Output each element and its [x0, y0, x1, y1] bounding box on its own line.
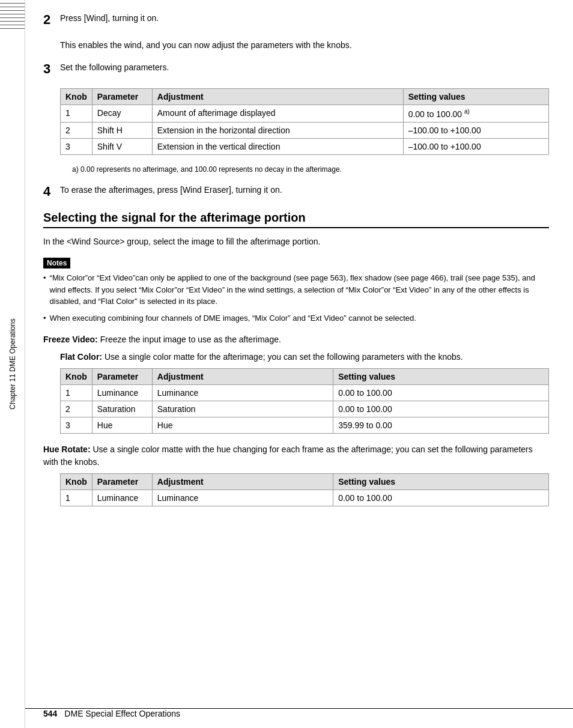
- step-4-number: 4: [43, 184, 55, 199]
- freeze-video-def: Freeze Video: Freeze the input image to …: [43, 333, 549, 346]
- t2r2-val: 0.00 to 100.00: [333, 401, 549, 417]
- notes-item-1: • “Mix Color”or “Ext Video”can only be a…: [43, 272, 549, 308]
- bullet-icon: •: [43, 272, 46, 284]
- step-2: 2 Press [Wind], turning it on.: [43, 12, 549, 29]
- t2r2-knob: 2: [61, 401, 92, 417]
- step-4-content: To erase the afterimages, press [Wind Er…: [60, 184, 549, 201]
- t2r1-adj: Luminance: [152, 385, 333, 401]
- table-row: 2 Saturation Saturation 0.00 to 100.00: [61, 401, 549, 417]
- table3-header-knob: Knob: [61, 474, 92, 490]
- t1r1-knob: 1: [61, 105, 92, 123]
- table2-wrapper: Knob Parameter Adjustment Setting values…: [60, 368, 549, 434]
- step-2-content: Press [Wind], turning it on.: [60, 12, 549, 29]
- step-2-text: Press [Wind], turning it on.: [60, 12, 549, 25]
- step-2-number: 2: [43, 12, 55, 28]
- t2r2-adj: Saturation: [152, 401, 333, 417]
- page-number: 544: [43, 709, 57, 718]
- table1-header-setting: Setting values: [403, 89, 548, 105]
- t1r3-param: Shift V: [92, 138, 152, 154]
- table2-header-setting: Setting values: [333, 369, 549, 385]
- t1r2-adj: Extension in the horizontal direction: [152, 122, 403, 138]
- notes-item-2-text: When executing combining four channels o…: [50, 312, 549, 324]
- t1r2-param: Shift H: [92, 122, 152, 138]
- step-3: 3 Set the following parameters.: [43, 61, 549, 79]
- notes-box: Notes • “Mix Color”or “Ext Video”can onl…: [43, 258, 549, 324]
- freeze-video-term: Freeze Video:: [43, 335, 98, 344]
- section-intro: In the <Wind Source> group, select the i…: [43, 235, 549, 248]
- step-3-number: 3: [43, 61, 55, 77]
- table2-header-knob: Knob: [61, 369, 92, 385]
- table3-header-adjustment: Adjustment: [152, 474, 333, 490]
- step-3-text: Set the following parameters.: [60, 61, 549, 74]
- t1r3-val: –100.00 to +100.00: [403, 138, 548, 154]
- step-4-text: To erase the afterimages, press [Wind Er…: [60, 184, 549, 196]
- table-row: 3 Hue Hue 359.99 to 0.00: [61, 417, 549, 434]
- t1r2-val: –100.00 to +100.00: [403, 122, 548, 138]
- hue-rotate-term: Hue Rotate:: [43, 444, 91, 454]
- bullet-icon: •: [43, 312, 46, 324]
- notes-item-1-text: “Mix Color”or “Ext Video”can only be app…: [50, 272, 549, 308]
- t1r3-knob: 3: [61, 138, 92, 154]
- step-3-content: Set the following parameters.: [60, 61, 549, 79]
- footer-text: DME Special Effect Operations: [64, 709, 180, 718]
- table3-wrapper: Knob Parameter Adjustment Setting values…: [60, 473, 549, 506]
- table-row: 2 Shift H Extension in the horizontal di…: [61, 122, 549, 138]
- t2r3-param: Hue: [92, 417, 152, 434]
- table3-header-parameter: Parameter: [92, 474, 152, 490]
- table1-header-knob: Knob: [61, 89, 92, 105]
- sidebar: Chapter 11 DME Operations: [0, 0, 25, 728]
- table-row: 1 Decay Amount of afterimage displayed 0…: [61, 105, 549, 123]
- table1-header-adjustment: Adjustment: [152, 89, 403, 105]
- sidebar-chapter-label: Chapter 11 DME Operations: [8, 318, 17, 409]
- t2r1-val: 0.00 to 100.00: [333, 385, 549, 401]
- table1-wrapper: Knob Parameter Adjustment Setting values…: [60, 88, 549, 174]
- t1r2-knob: 2: [61, 122, 92, 138]
- table2: Knob Parameter Adjustment Setting values…: [60, 368, 549, 434]
- t3r1-adj: Luminance: [152, 490, 333, 506]
- t2r3-adj: Hue: [152, 417, 333, 434]
- t1r1-adj: Amount of afterimage displayed: [152, 105, 403, 123]
- t2r2-param: Saturation: [92, 401, 152, 417]
- notes-label: Notes: [43, 258, 70, 268]
- hue-rotate-desc: Use a single color matte with the hue ch…: [43, 444, 533, 467]
- table3-header-setting: Setting values: [333, 474, 549, 490]
- table1-footnote: a) 0.00 represents no afterimage, and 10…: [72, 165, 549, 175]
- t2r3-val: 359.99 to 0.00: [333, 417, 549, 434]
- table2-header-parameter: Parameter: [92, 369, 152, 385]
- t3r1-knob: 1: [61, 490, 92, 506]
- flat-color-term: Flat Color:: [60, 352, 102, 362]
- table1-header-parameter: Parameter: [92, 89, 152, 105]
- table2-header-adjustment: Adjustment: [152, 369, 333, 385]
- t2r1-param: Luminance: [92, 385, 152, 401]
- sidebar-lines: [0, 0, 25, 48]
- t1r1-param: Decay: [92, 105, 152, 123]
- t1r1-val: 0.00 to 100.00 a): [403, 105, 548, 123]
- table-row: 1 Luminance Luminance 0.00 to 100.00: [61, 490, 549, 506]
- t2r3-knob: 3: [61, 417, 92, 434]
- page-footer: 544 DME Special Effect Operations: [25, 708, 573, 718]
- notes-content: • “Mix Color”or “Ext Video”can only be a…: [43, 272, 549, 324]
- t2r1-knob: 1: [61, 385, 92, 401]
- t3r1-param: Luminance: [92, 490, 152, 506]
- section-heading: Selecting the signal for the afterimage …: [43, 211, 549, 228]
- table-row: 3 Shift V Extension in the vertical dire…: [61, 138, 549, 154]
- hue-rotate-def: Hue Rotate: Use a single color matte wit…: [43, 443, 549, 469]
- t1r3-adj: Extension in the vertical direction: [152, 138, 403, 154]
- table3: Knob Parameter Adjustment Setting values…: [60, 473, 549, 506]
- main-content: 2 Press [Wind], turning it on. This enab…: [25, 0, 573, 728]
- step-2-subtext: This enables the wind, and you can now a…: [60, 39, 549, 52]
- table-row: 1 Luminance Luminance 0.00 to 100.00: [61, 385, 549, 401]
- flat-color-def: Flat Color: Use a single color matte for…: [60, 351, 549, 363]
- step-4: 4 To erase the afterimages, press [Wind …: [43, 184, 549, 201]
- t3r1-val: 0.00 to 100.00: [333, 490, 549, 506]
- notes-item-2: • When executing combining four channels…: [43, 312, 549, 324]
- table1: Knob Parameter Adjustment Setting values…: [60, 88, 549, 155]
